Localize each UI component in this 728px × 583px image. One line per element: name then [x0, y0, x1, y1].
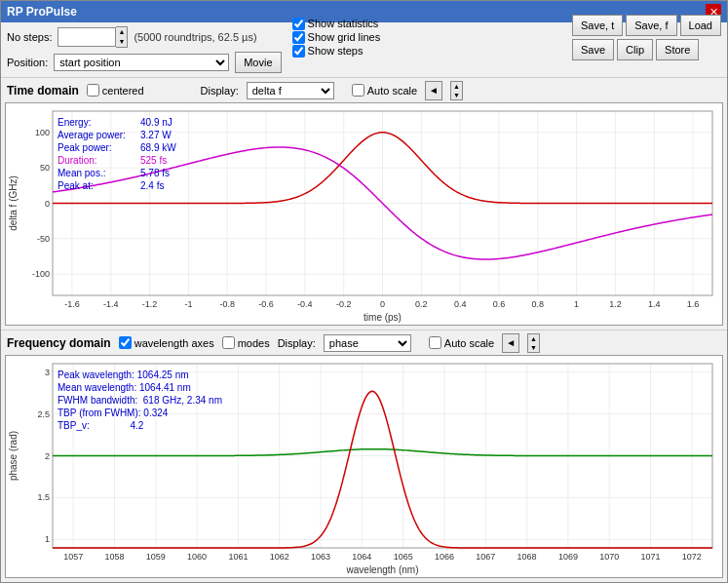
time-domain-canvas[interactable] [6, 103, 722, 325]
auto-scale-freq-label[interactable]: Auto scale [429, 336, 494, 349]
display-select-time[interactable]: delta f frequency phase intensity [247, 82, 334, 99]
spin-v-down-freq[interactable]: ▼ [528, 343, 539, 352]
no-steps-spinner[interactable]: 5,000 ▲ ▼ [57, 26, 128, 48]
time-domain-title: Time domain [7, 84, 79, 97]
load-button[interactable]: Load [680, 15, 721, 36]
modes-label[interactable]: modes [222, 336, 270, 349]
auto-scale-time-label[interactable]: Auto scale [352, 84, 417, 97]
spin-v-up-time[interactable]: ▲ [451, 82, 462, 91]
no-steps-label: No steps: [7, 31, 52, 43]
show-statistics-label[interactable]: Show statistics [292, 18, 381, 30]
spin-v-down-time[interactable]: ▼ [451, 91, 462, 99]
movie-button[interactable]: Movie [235, 52, 281, 73]
auto-scale-time-checkbox[interactable] [352, 84, 364, 97]
freq-domain-title: Frequency domain [7, 336, 111, 350]
no-steps-arrows[interactable]: ▲ ▼ [116, 26, 128, 48]
show-grid-lines-label[interactable]: Show grid lines [292, 31, 381, 44]
display-select-freq[interactable]: phase intensity spectrum power [324, 334, 411, 352]
time-domain-chart-wrapper [5, 102, 723, 326]
display-label-freq: Display: [278, 337, 316, 349]
modes-checkbox[interactable] [222, 336, 235, 349]
time-domain-panel: Time domain centered Display: delta f fr… [1, 77, 727, 330]
time-domain-header: Time domain centered Display: delta f fr… [1, 77, 727, 102]
auto-scale-freq-checkbox[interactable] [429, 336, 441, 349]
window-title: RP ProPulse [7, 5, 77, 19]
show-statistics-checkbox[interactable] [292, 18, 305, 30]
spin-vert-freq[interactable]: ▲ ▼ [527, 333, 540, 353]
centered-checkbox[interactable] [87, 84, 99, 97]
left-arrow-time[interactable]: ◄ [425, 81, 442, 100]
save-f-button[interactable]: Save, f [626, 15, 676, 36]
position-row: Position: start position Movie [1, 52, 727, 77]
toolbar-row1: No steps: 5,000 ▲ ▼ (5000 roundtrips, 62… [1, 22, 727, 52]
freq-domain-header: Frequency domain wavelength axes modes D… [1, 330, 727, 355]
spin-v-up-freq[interactable]: ▲ [528, 334, 539, 343]
left-arrow-freq[interactable]: ◄ [502, 333, 519, 353]
wavelength-axes-checkbox[interactable] [119, 336, 132, 349]
freq-domain-canvas[interactable] [6, 356, 722, 577]
display-label-time: Display: [201, 85, 239, 97]
freq-domain-panel: Frequency domain wavelength axes modes D… [1, 330, 727, 582]
main-content: Time domain centered Display: delta f fr… [1, 77, 727, 582]
spin-vert-time[interactable]: ▲ ▼ [450, 81, 463, 100]
save-t-button[interactable]: Save, t [572, 15, 623, 36]
spin-up-arrow[interactable]: ▲ [116, 27, 127, 37]
centered-label[interactable]: centered [87, 84, 144, 97]
main-window: RP ProPulse ✕ No steps: 5,000 ▲ ▼ (5000 … [0, 0, 728, 583]
no-steps-input[interactable]: 5,000 [57, 27, 116, 47]
steps-info: (5000 roundtrips, 62.5 µs) [134, 31, 256, 43]
show-grid-lines-checkbox[interactable] [292, 31, 305, 44]
freq-domain-chart-wrapper [5, 355, 723, 578]
position-select[interactable]: start position [54, 54, 229, 71]
wavelength-axes-label[interactable]: wavelength axes [119, 336, 214, 349]
position-label: Position: [7, 57, 48, 68]
spin-down-arrow[interactable]: ▼ [116, 37, 127, 47]
